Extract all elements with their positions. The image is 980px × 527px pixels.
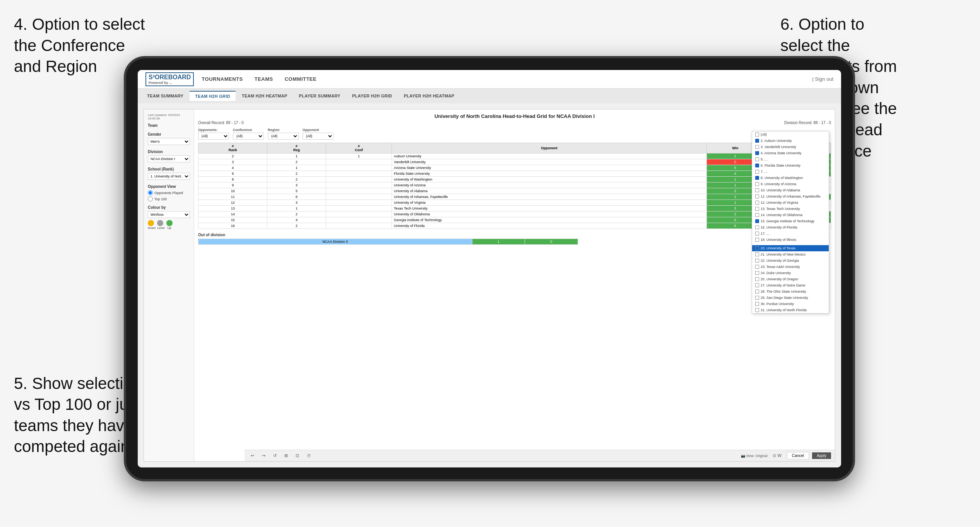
cell-conf: 1 [326, 153, 392, 159]
tablet-screen: S²OREBOARD Powered by ... TOURNAMENTS TE… [138, 70, 841, 467]
dropdown-item[interactable]: 5. ... [752, 156, 829, 162]
cell-rank: 16 [198, 223, 267, 229]
division-record: Division Record: 88 - 17 - 0 [784, 121, 831, 125]
cell-conf [326, 211, 392, 217]
dropdown-item[interactable]: 28. The Ohio State University [752, 288, 829, 295]
clock-btn[interactable]: ⏱ [304, 453, 313, 459]
dropdown-item[interactable]: 29. San Diego State University [752, 295, 829, 301]
dropdown-item[interactable]: 11. University of Arkansas, Fayetteville [752, 193, 829, 200]
dropdown-item[interactable]: 20. University of Texas [752, 245, 829, 251]
dropdown-item[interactable]: 4. Arizona State University [752, 150, 829, 156]
last-updated: Last Updated: 4/5/2024 16:55:38 [148, 113, 190, 120]
opponents-played-radio[interactable]: Opponents Played [148, 190, 190, 195]
legend-up [166, 220, 173, 226]
cell-rank: 14 [198, 211, 267, 217]
filter-opponents-select[interactable]: (All) [198, 133, 229, 140]
tab-player-h2h-grid[interactable]: PLAYER H2H GRID [347, 91, 398, 101]
dropdown-item[interactable]: (All) [752, 131, 829, 138]
cell-rank: 12 [198, 200, 267, 206]
filter-opponent-group: Opponent (All) [303, 128, 334, 140]
cell-reg: 1 [267, 206, 326, 211]
dropdown-item[interactable]: 27. University of Notre Dame [752, 282, 829, 288]
school-select[interactable]: 1. University of Nort... [148, 173, 190, 180]
app-nav: S²OREBOARD Powered by ... TOURNAMENTS TE… [138, 70, 841, 89]
filter-region-select[interactable]: (All) [268, 133, 299, 140]
dropdown-item[interactable]: 9. University of Arizona [752, 181, 829, 187]
dropdown-item[interactable]: 7. ... [752, 169, 829, 175]
filter-region-group: Region (All) [268, 128, 299, 140]
table-row: 15 4 Georgia Institute of Technology 5 1 [198, 217, 831, 223]
gender-select[interactable]: Men's [148, 138, 190, 145]
dropdown-item[interactable]: 14. University of Oklahoma [752, 212, 829, 218]
legend-down-label: Down [148, 226, 156, 230]
bottom-toolbar: ↩ ↪ ↺ ⊞ ⊡ ⏱ 📷 View: Original ⊙ W Cancel … [245, 450, 835, 461]
dropdown-item[interactable]: 30. Purdue University [752, 301, 829, 307]
tab-team-summary[interactable]: TEAM SUMMARY [142, 91, 189, 101]
dropdown-item[interactable]: 25. University of Oregon [752, 276, 829, 282]
cell-conf [326, 177, 392, 182]
dropdown-item[interactable]: 13. Texas Tech University [752, 206, 829, 212]
tab-player-h2h-heatmap[interactable]: PLAYER H2H HEATMAP [398, 91, 460, 101]
dropdown-item[interactable]: 8. University of Washington [752, 175, 829, 181]
view-mode-btn[interactable]: ⊙ W [770, 452, 783, 459]
table-row: 13 1 Texas Tech University 3 0 [198, 206, 831, 211]
filter-opponent-label: Opponent [303, 128, 334, 132]
dropdown-item[interactable]: 2. Auburn University [752, 138, 829, 144]
dropdown-item[interactable]: 15. Georgia Institute of Technology [752, 218, 829, 224]
dropdown-item[interactable]: 22. University of Georgia [752, 258, 829, 264]
fit-btn[interactable]: ⊡ [293, 452, 301, 459]
cell-reg: 1 [267, 153, 326, 159]
division-select[interactable]: NCAA Division I [148, 155, 190, 162]
cell-conf [326, 200, 392, 206]
cell-conf [326, 206, 392, 211]
nav-tournaments[interactable]: TOURNAMENTS [202, 76, 243, 82]
nav-committee[interactable]: COMMITTEE [285, 76, 317, 82]
colour-select[interactable]: Win/loss [148, 211, 190, 218]
dropdown-item[interactable]: 24. Duke University [752, 270, 829, 276]
dropdown-item[interactable]: 6. Florida State University [752, 162, 829, 169]
dropdown-item[interactable]: 23. Texas A&M University [752, 264, 829, 270]
reset-btn[interactable]: ↺ [271, 452, 279, 459]
dropdown-item[interactable]: 21. University of New Mexico [752, 251, 829, 258]
cell-reg: 2 [267, 159, 326, 165]
filter-conference-select[interactable]: (All) [233, 133, 264, 140]
redo-btn[interactable]: ↪ [260, 452, 268, 459]
nav-teams[interactable]: TEAMS [255, 76, 273, 82]
filter-row: Opponents: (All) Conference (All) [198, 128, 831, 140]
cell-opponent: Florida State University [392, 171, 707, 177]
team-label: Team [148, 123, 190, 128]
undo-btn[interactable]: ↩ [248, 452, 257, 459]
cell-rank: 4 [198, 165, 267, 171]
sub-nav: TEAM SUMMARY TEAM H2H GRID TEAM H2H HEAT… [138, 89, 841, 103]
cell-rank: 15 [198, 217, 267, 223]
dropdown-item[interactable]: 16. University of Florida [752, 224, 829, 230]
ood-loss: 0 [525, 239, 578, 245]
tab-team-h2h-grid[interactable]: TEAM H2H GRID [190, 91, 236, 101]
dropdown-item[interactable]: 10. University of Alabama [752, 187, 829, 193]
filter-opponent-select[interactable]: (All) [303, 133, 334, 140]
dropdown-item[interactable]: 12. University of Virginia [752, 200, 829, 206]
cell-rank: 2 [198, 153, 267, 159]
dropdown-item[interactable]: 17. ... [752, 230, 829, 237]
cancel-button[interactable]: Cancel [787, 452, 809, 459]
nav-signout[interactable]: | Sign out [812, 76, 833, 82]
dropdown-item[interactable]: 31. University of North Florida [752, 307, 829, 313]
filter-region-label: Region [268, 128, 299, 132]
cell-opponent: University of Washington [392, 177, 707, 182]
school-section: School (Rank) 1. University of Nort... [148, 167, 190, 180]
cell-conf [326, 223, 392, 229]
cell-opponent: Vanderbilt University [392, 159, 707, 165]
main-nav: TOURNAMENTS TEAMS COMMITTEE [202, 76, 316, 82]
apply-button[interactable]: Apply [812, 452, 831, 459]
tab-team-h2h-heatmap[interactable]: TEAM H2H HEATMAP [236, 91, 293, 101]
out-of-division-label: Out of division [198, 233, 831, 237]
dropdown-item[interactable]: 3. Vanderbilt University [752, 144, 829, 150]
cell-reg: 2 [267, 211, 326, 217]
tab-player-summary[interactable]: PLAYER SUMMARY [294, 91, 346, 101]
opponent-dropdown[interactable]: (All)2. Auburn University3. Vanderbilt U… [752, 131, 829, 314]
copy-btn[interactable]: ⊞ [282, 452, 290, 459]
top100-radio[interactable]: Top 100 [148, 196, 190, 201]
cell-opponent: Auburn University [392, 153, 707, 159]
view-original: 📷 View: Original [741, 454, 768, 458]
dropdown-item[interactable]: 18. University of Illinois [752, 237, 829, 243]
